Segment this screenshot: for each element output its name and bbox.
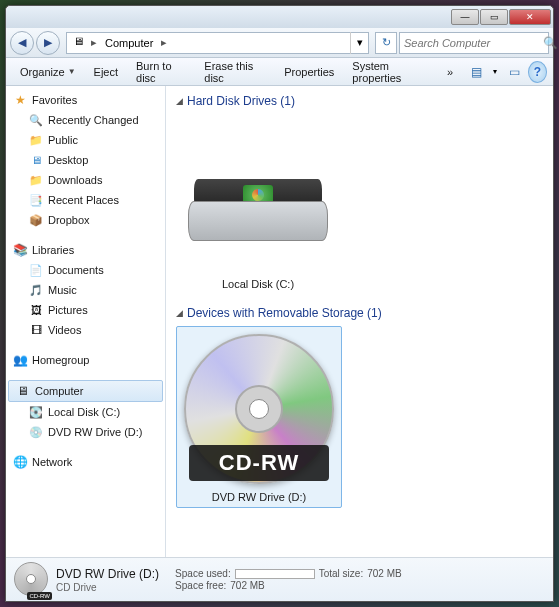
forward-button[interactable]: ▶ bbox=[36, 31, 60, 55]
statusbar: CD-RW DVD RW Drive (D:) CD Drive Space u… bbox=[6, 557, 553, 601]
sidebar-group-network: 🌐 Network bbox=[6, 452, 165, 472]
sidebar-label: Computer bbox=[35, 385, 83, 397]
space-free-label: Space free: bbox=[175, 580, 226, 591]
search-input[interactable] bbox=[404, 37, 543, 49]
dropbox-icon: 📦 bbox=[28, 212, 44, 228]
system-properties-button[interactable]: System properties bbox=[344, 57, 437, 87]
sidebar-item-label: Recent Places bbox=[48, 194, 119, 206]
recent-icon: 📑 bbox=[28, 192, 44, 208]
breadcrumb[interactable]: 🖥 ▸ Computer ▸ ▾ bbox=[66, 32, 369, 54]
drive-local-disk-c[interactable]: Local Disk (C:) bbox=[176, 114, 340, 294]
breadcrumb-location[interactable]: Computer bbox=[101, 37, 157, 49]
sidebar-head-network[interactable]: 🌐 Network bbox=[6, 452, 165, 472]
sidebar-item-public[interactable]: 📁Public bbox=[6, 130, 165, 150]
burn-button[interactable]: Burn to disc bbox=[128, 57, 194, 87]
overflow-button[interactable]: » bbox=[439, 63, 461, 81]
sidebar-head-libraries[interactable]: 📚 Libraries bbox=[6, 240, 165, 260]
sidebar-item-desktop[interactable]: 🖥Desktop bbox=[6, 150, 165, 170]
close-button[interactable]: ✕ bbox=[509, 9, 551, 25]
disk-icon: 💽 bbox=[28, 404, 44, 420]
view-mode-dropdown[interactable]: ▾ bbox=[490, 61, 500, 83]
titlebar: — ▭ ✕ bbox=[6, 6, 553, 28]
network-icon: 🌐 bbox=[12, 454, 28, 470]
refresh-button[interactable]: ↻ bbox=[375, 32, 397, 54]
toolbar: Organize▼ Eject Burn to disc Erase this … bbox=[6, 58, 553, 86]
breadcrumb-arrow[interactable]: ▸ bbox=[157, 36, 171, 49]
sidebar-item-dvd-drive[interactable]: 💿DVD RW Drive (D:) bbox=[6, 422, 165, 442]
sidebar-item-label: Downloads bbox=[48, 174, 102, 186]
sidebar-item-recently-changed[interactable]: 🔍Recently Changed bbox=[6, 110, 165, 130]
folder-icon: 📁 bbox=[28, 172, 44, 188]
status-meta: Space used: Total size: 702 MB Space fre… bbox=[175, 568, 402, 591]
space-used-label: Space used: bbox=[175, 568, 231, 579]
sidebar-item-label: Pictures bbox=[48, 304, 88, 316]
status-title: DVD RW Drive (D:) bbox=[56, 567, 159, 581]
libraries-icon: 📚 bbox=[12, 242, 28, 258]
computer-icon: 🖥 bbox=[15, 383, 31, 399]
document-icon: 📄 bbox=[28, 262, 44, 278]
sidebar-item-music[interactable]: 🎵Music bbox=[6, 280, 165, 300]
status-mini-badge: CD-RW bbox=[27, 592, 52, 600]
sidebar-item-dropbox[interactable]: 📦Dropbox bbox=[6, 210, 165, 230]
organize-button[interactable]: Organize▼ bbox=[12, 63, 84, 81]
desktop-icon: 🖥 bbox=[28, 152, 44, 168]
hdd-container: Local Disk (C:) bbox=[176, 110, 543, 304]
sidebar-group-favorites: ★ Favorites 🔍Recently Changed 📁Public 🖥D… bbox=[6, 90, 165, 230]
sidebar-head-homegroup[interactable]: 👥 Homegroup bbox=[6, 350, 165, 370]
collapse-triangle-icon: ◢ bbox=[176, 308, 183, 318]
homegroup-icon: 👥 bbox=[12, 352, 28, 368]
section-hard-disk-drives[interactable]: ◢ Hard Disk Drives (1) bbox=[176, 92, 543, 110]
disc-icon: CD-RW bbox=[179, 329, 339, 489]
erase-button[interactable]: Erase this disc bbox=[196, 57, 274, 87]
total-size-value: 702 MB bbox=[367, 568, 401, 579]
sidebar-item-label: Public bbox=[48, 134, 78, 146]
sidebar-label: Network bbox=[32, 456, 72, 468]
breadcrumb-arrow[interactable]: ▸ bbox=[87, 36, 101, 49]
back-button[interactable]: ◀ bbox=[10, 31, 34, 55]
status-disc-icon: CD-RW bbox=[14, 562, 50, 598]
sidebar-item-label: Dropbox bbox=[48, 214, 90, 226]
disc-badge: CD-RW bbox=[189, 445, 329, 481]
hdd-icon bbox=[178, 116, 338, 276]
sidebar-group-homegroup: 👥 Homegroup bbox=[6, 350, 165, 370]
sidebar-head-favorites[interactable]: ★ Favorites bbox=[6, 90, 165, 110]
sidebar-item-documents[interactable]: 📄Documents bbox=[6, 260, 165, 280]
eject-button[interactable]: Eject bbox=[86, 63, 126, 81]
sidebar-item-local-disk[interactable]: 💽Local Disk (C:) bbox=[6, 402, 165, 422]
sidebar-label: Homegroup bbox=[32, 354, 89, 366]
sidebar-item-label: Local Disk (C:) bbox=[48, 406, 120, 418]
space-used-bar bbox=[235, 569, 315, 579]
content-pane: ◢ Hard Disk Drives (1) Local Disk (C:) bbox=[166, 86, 553, 557]
address-dropdown-button[interactable]: ▾ bbox=[350, 32, 368, 54]
minimize-button[interactable]: — bbox=[451, 9, 479, 25]
search-folder-icon: 🔍 bbox=[28, 112, 44, 128]
maximize-button[interactable]: ▭ bbox=[480, 9, 508, 25]
sidebar-item-videos[interactable]: 🎞Videos bbox=[6, 320, 165, 340]
sidebar-item-downloads[interactable]: 📁Downloads bbox=[6, 170, 165, 190]
section-removable-storage[interactable]: ◢ Devices with Removable Storage (1) bbox=[176, 304, 543, 322]
navbar: ◀ ▶ 🖥 ▸ Computer ▸ ▾ ↻ 🔍 bbox=[6, 28, 553, 58]
drive-dvd-rw-d[interactable]: CD-RW DVD RW Drive (D:) bbox=[176, 326, 342, 508]
properties-button[interactable]: Properties bbox=[276, 63, 342, 81]
sidebar-label: Libraries bbox=[32, 244, 74, 256]
section-label: Devices with Removable Storage (1) bbox=[187, 306, 382, 320]
search-icon[interactable]: 🔍 bbox=[543, 36, 557, 50]
body: ★ Favorites 🔍Recently Changed 📁Public 🖥D… bbox=[6, 86, 553, 557]
view-mode-button[interactable]: ▤ bbox=[467, 61, 486, 83]
section-label: Hard Disk Drives (1) bbox=[187, 94, 295, 108]
preview-pane-button[interactable]: ▭ bbox=[505, 61, 524, 83]
space-free-value: 702 MB bbox=[230, 580, 264, 591]
sidebar-item-pictures[interactable]: 🖼Pictures bbox=[6, 300, 165, 320]
sidebar: ★ Favorites 🔍Recently Changed 📁Public 🖥D… bbox=[6, 86, 166, 557]
sidebar-head-computer[interactable]: 🖥 Computer bbox=[8, 380, 163, 402]
sidebar-item-label: Desktop bbox=[48, 154, 88, 166]
status-text: DVD RW Drive (D:) CD Drive bbox=[56, 567, 159, 593]
drive-label: Local Disk (C:) bbox=[222, 276, 294, 292]
sidebar-group-libraries: 📚 Libraries 📄Documents 🎵Music 🖼Pictures … bbox=[6, 240, 165, 340]
help-button[interactable]: ? bbox=[528, 61, 547, 83]
folder-icon: 📁 bbox=[28, 132, 44, 148]
search-box[interactable]: 🔍 bbox=[399, 32, 549, 54]
drive-label: DVD RW Drive (D:) bbox=[212, 489, 307, 505]
sidebar-label: Favorites bbox=[32, 94, 77, 106]
sidebar-item-recent-places[interactable]: 📑Recent Places bbox=[6, 190, 165, 210]
